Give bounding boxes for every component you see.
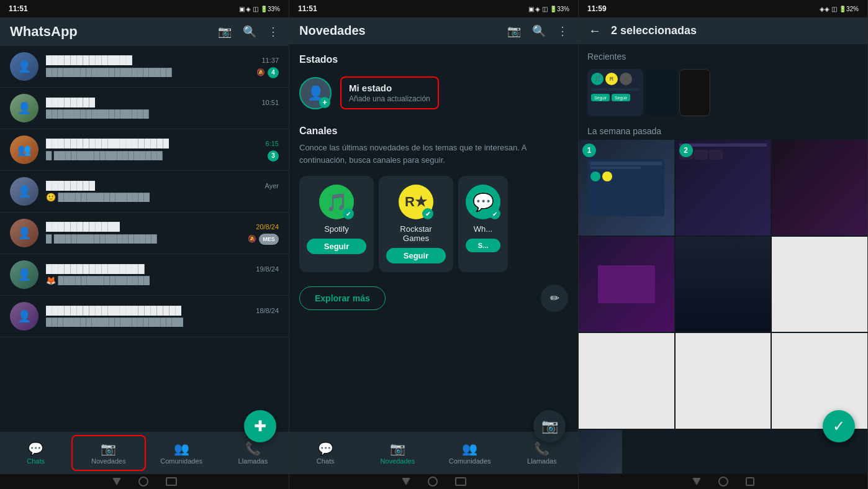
- photo-cell-7[interactable]: [579, 333, 674, 429]
- nav-comunidades-label: Comunidades: [160, 457, 202, 465]
- camera-icon-2[interactable]: 📷: [507, 24, 521, 38]
- nav-comunidades[interactable]: 👥 Comunidades: [146, 436, 217, 470]
- search-icon-2[interactable]: 🔍: [532, 24, 546, 38]
- chat-name-row: ████████████████ 19/8/24: [46, 264, 279, 274]
- rockstar-name: Rockstar Games: [386, 224, 446, 243]
- chat-item[interactable]: 👤 ██████████████ 11:37 █████████████████…: [0, 46, 289, 88]
- chat-name: ██████████████████████: [46, 306, 181, 316]
- chat-time: 18/8/24: [256, 307, 279, 314]
- back-button[interactable]: ←: [589, 24, 601, 38]
- time-3: 11:59: [587, 4, 607, 13]
- chat-badges: 🔕 4: [256, 67, 279, 78]
- unread-badge: MES: [259, 234, 279, 245]
- chat-info: ██████████████ 11:37 ███████████████████…: [46, 55, 279, 78]
- canales-list: 🎵 ✔ Spotify Seguir R★ ✔ Rockstar Games S…: [299, 176, 568, 272]
- nav-llamadas-label: Llamadas: [238, 457, 268, 465]
- canal-whatsapp[interactable]: 💬 ✔ Wh... S...: [458, 176, 508, 272]
- explorar-mas-btn[interactable]: Explorar más: [299, 286, 386, 310]
- nav2-llamadas[interactable]: 📞 Llamadas: [506, 436, 578, 470]
- chat-item[interactable]: 👤 ████████████████ 19/8/24 🦊 ███████████…: [0, 254, 289, 296]
- menu-icon[interactable]: ⋮: [268, 25, 279, 39]
- photo-cell-3[interactable]: [772, 140, 867, 235]
- home-sys-btn[interactable]: [138, 477, 148, 487]
- nav2-comunidades[interactable]: 👥 Comunidades: [434, 436, 506, 470]
- time-2: 11:51: [298, 4, 317, 13]
- camera-fab[interactable]: 📷: [533, 410, 566, 442]
- spotify-logo: 🎵 ✔: [319, 185, 354, 219]
- chat-preview: █ ███████████████████: [46, 151, 163, 160]
- semana-pasada-label: La semana pasada: [579, 121, 867, 140]
- chat-item[interactable]: 👤 ████████ Ayer 🙂 ████████████████: [0, 171, 289, 213]
- selection-badge-1: 1: [582, 144, 596, 157]
- nav2-novedades[interactable]: 📷 Novedades: [361, 436, 433, 470]
- chat-preview-row: 🦊 ████████████████: [46, 276, 279, 285]
- chat-item[interactable]: 👤 ████████ 10:51 ██████████████████: [0, 88, 289, 129]
- rockstar-seguir-btn[interactable]: Seguir: [386, 248, 446, 263]
- battery-icon-3: ◈◈ ◫ 🔋32%: [820, 6, 859, 12]
- chat-item[interactable]: 👥 ████████████████████ 6:15 █ ██████████…: [0, 129, 289, 171]
- recents-sys-btn[interactable]: [166, 477, 177, 486]
- photo-cell-8[interactable]: [676, 333, 771, 429]
- reciente-thumb-2[interactable]: [646, 69, 677, 116]
- nav2-chats-label: Chats: [317, 457, 335, 465]
- unread-badge: 3: [268, 150, 279, 162]
- nav-llamadas[interactable]: 📞 Llamadas: [217, 436, 289, 470]
- nav2-chats[interactable]: 💬 Chats: [289, 436, 361, 470]
- photo-cell-1[interactable]: 1: [579, 140, 674, 235]
- whatsapp-canal-name: Wh...: [474, 224, 492, 234]
- avatar: 👤: [10, 219, 38, 247]
- home-sys-btn-3[interactable]: [718, 477, 728, 487]
- mi-estado-box[interactable]: 👤 + Mi estado Añade una actualización: [299, 73, 568, 113]
- camera-icon[interactable]: 📷: [218, 25, 232, 39]
- picker-content: Recientes 🎵 R Seguir Seguir: [579, 44, 867, 474]
- chat-time: 6:15: [266, 140, 279, 147]
- chat-item[interactable]: 👤 ██████████████████████ 18/8/24 ███████…: [0, 296, 289, 337]
- confirm-selection-btn[interactable]: ✓: [823, 410, 855, 442]
- edit-status-btn[interactable]: ✏: [541, 285, 568, 312]
- ci-2: R: [605, 73, 618, 85]
- chat-info: ████████████████████ 6:15 █ ████████████…: [46, 139, 279, 162]
- chat-badges: 3: [268, 150, 279, 162]
- chat-name-row: ████████████ 20/8/24: [46, 222, 279, 232]
- chat-preview-row: ██████████████████: [46, 109, 279, 119]
- search-icon[interactable]: 🔍: [243, 25, 256, 39]
- chat-info: ████████ 10:51 ██████████████████: [46, 98, 279, 119]
- menu-icon-2[interactable]: ⋮: [557, 24, 568, 38]
- photo-cell-9[interactable]: [772, 333, 867, 429]
- photo-cell-2[interactable]: 2: [676, 140, 771, 235]
- new-chat-fab[interactable]: ✚: [244, 410, 276, 442]
- recents-sys-btn-2[interactable]: [455, 477, 466, 486]
- battery-icon-2: ▣ ◈ ◫ 🔋33%: [528, 6, 569, 12]
- recientes-row: 🎵 R Seguir Seguir: [579, 66, 867, 121]
- home-sys-btn-2[interactable]: [428, 477, 438, 487]
- canal-spotify[interactable]: 🎵 ✔ Spotify Seguir: [299, 176, 374, 272]
- back-sys-btn[interactable]: [112, 478, 121, 485]
- photo-cell-10[interactable]: [579, 430, 622, 473]
- reciente-thumb-3[interactable]: [679, 69, 710, 116]
- reciente-thumb-1[interactable]: 🎵 R Seguir Seguir: [587, 69, 643, 116]
- mi-estado-name: Mi estado: [349, 83, 430, 93]
- nav-novedades[interactable]: 📷 Novedades: [71, 435, 145, 471]
- spotify-seguir-btn[interactable]: Seguir: [307, 239, 366, 254]
- whatsapp-check: ✔: [489, 208, 500, 219]
- whatsapp-seguir-btn[interactable]: S...: [466, 239, 500, 252]
- chat-info: ██████████████████████ 18/8/24 █████████…: [46, 306, 279, 327]
- photo-cell-6[interactable]: [772, 237, 867, 332]
- bottom-nav-2: 💬 Chats 📷 Novedades 👥 Comunidades 📞 Llam…: [289, 432, 578, 474]
- back-sys-btn-3[interactable]: [692, 478, 701, 485]
- chat-item[interactable]: 👤 ████████████ 20/8/24 █ ███████████████…: [0, 213, 289, 254]
- photo-cell-4[interactable]: [579, 237, 674, 332]
- canal-rockstar[interactable]: R★ ✔ Rockstar Games Seguir: [379, 176, 453, 272]
- bottom-nav-1: 💬 Chats 📷 Novedades 👥 Comunidades 📞 Llam…: [0, 432, 289, 474]
- nav-chats[interactable]: 💬 Chats: [0, 436, 71, 470]
- spotify-check: ✔: [343, 208, 354, 219]
- whatsapp-header: WhatsApp 📷 🔍 ⋮: [0, 17, 289, 46]
- mute-icon: 🔕: [256, 68, 265, 76]
- chats-nav-icon-2: 💬: [318, 441, 333, 456]
- mute-icon: 🔕: [248, 235, 256, 243]
- back-sys-btn-2[interactable]: [402, 478, 410, 485]
- rockstar-logo: R★ ✔: [399, 185, 433, 219]
- nav-chats-label: Chats: [27, 457, 45, 465]
- selection-badge-2: 2: [679, 144, 693, 157]
- photo-cell-5[interactable]: [676, 237, 771, 332]
